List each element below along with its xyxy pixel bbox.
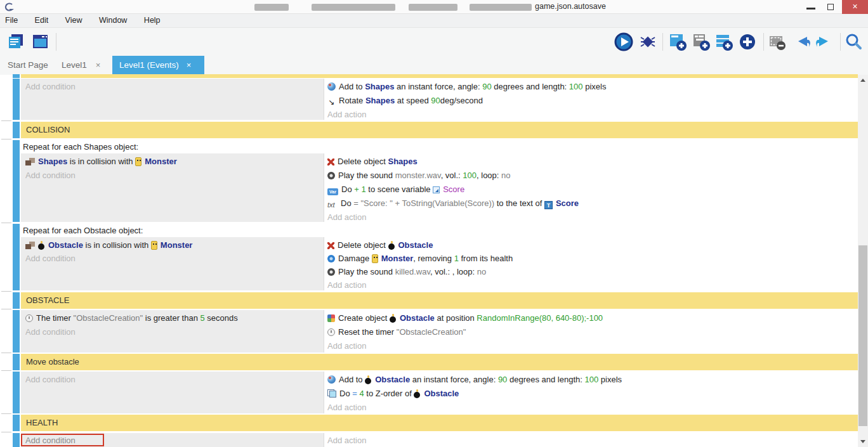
event-handle[interactable]: [13, 140, 20, 222]
event-handle[interactable]: [13, 415, 20, 431]
scene-editor-icon[interactable]: [30, 32, 49, 51]
minimize-button[interactable]: [801, 0, 820, 14]
timer-icon: [25, 314, 33, 322]
action-row[interactable]: txtDo = "Score: " + ToString(Variable(Sc…: [327, 197, 858, 211]
add-condition[interactable]: Add condition: [25, 252, 324, 265]
action-row[interactable]: Do = 4 to Z-order of Obstacle: [327, 387, 858, 401]
event-block: Add condition Add to Obstacle an instant…: [21, 372, 858, 413]
sound-icon: [327, 268, 335, 276]
actions-column: Delete object Obstacle Damage Monster, r…: [324, 237, 858, 290]
gutter-tick: [1, 353, 11, 353]
add-condition[interactable]: Add condition: [25, 169, 324, 183]
action-row[interactable]: Delete object Obstacle: [327, 238, 858, 252]
comment-bar[interactable]: OBSTACLE: [21, 292, 858, 309]
add-action[interactable]: Add action: [327, 434, 858, 447]
title-redacted: [254, 4, 289, 11]
scroll-up-arrow[interactable]: [858, 75, 868, 85]
bomb-icon: [414, 389, 421, 398]
event-handle[interactable]: [13, 79, 20, 120]
undo-icon[interactable]: [792, 32, 811, 51]
action-row[interactable]: Add to Obstacle an instant force, angle:…: [327, 373, 858, 387]
remove-event-icon[interactable]: [768, 32, 787, 51]
action-row[interactable]: ↘Rotate Shapes at speed 90deg/second: [327, 94, 858, 108]
actions-column: Create object Obstacle at position Rando…: [324, 310, 858, 353]
comment-bar-partial[interactable]: [21, 74, 858, 78]
tab-close-icon[interactable]: ×: [96, 56, 101, 75]
add-event-icon[interactable]: [668, 32, 687, 51]
add-action[interactable]: Add action: [327, 108, 858, 120]
comment-bar[interactable]: Move obstacle: [21, 354, 858, 370]
debug-icon[interactable]: [638, 32, 657, 51]
add-condition[interactable]: Add condition: [25, 325, 324, 339]
menu-help[interactable]: Help: [137, 14, 168, 27]
tab-label: Level1: [62, 60, 87, 70]
add-subevent-icon[interactable]: [692, 32, 711, 51]
action-row[interactable]: Reset the timer "ObstacleCreation": [327, 325, 858, 339]
scrollbar-thumb[interactable]: [858, 245, 867, 426]
action-row[interactable]: VarDo + 1 to scene variable Score: [327, 183, 858, 197]
action-row[interactable]: Play the sound killed.wav, vol.: , loop:…: [327, 265, 858, 278]
condition-row[interactable]: Shapes is in collision with Monster: [25, 155, 324, 169]
event-handle[interactable]: [13, 433, 20, 447]
add-condition[interactable]: Add condition: [25, 373, 324, 387]
event-block: Repeat for each Shapes object: Shapes is…: [21, 140, 858, 222]
tab-level1[interactable]: Level1×: [62, 56, 100, 75]
event-handle[interactable]: [13, 292, 20, 309]
bomb-icon: [390, 314, 397, 323]
rotate-icon: ↘: [327, 98, 336, 107]
search-icon[interactable]: [844, 32, 863, 51]
toolbar-separator: [56, 33, 56, 51]
menu-file[interactable]: File: [0, 14, 25, 27]
gutter-tick: [1, 309, 11, 309]
play-icon[interactable]: [614, 32, 633, 51]
menu-window[interactable]: Window: [92, 14, 134, 27]
event-block: Repeat for each Obstacle object: Obstacl…: [21, 224, 858, 290]
window-title: game.json.autosave: [535, 2, 606, 11]
event-block: Add condition Add to Shapes an instant f…: [21, 79, 858, 120]
event-handle[interactable]: [13, 74, 20, 78]
add-action[interactable]: Add action: [327, 401, 858, 413]
menu-edit[interactable]: Edit: [28, 14, 56, 27]
action-row[interactable]: Add to Shapes an instant force, angle: 9…: [327, 80, 858, 94]
add-condition[interactable]: Add condition: [25, 80, 324, 94]
conditions-column: The timer "ObstacleCreation" is greater …: [21, 310, 324, 353]
event-handle[interactable]: [13, 122, 20, 138]
tab-close-icon[interactable]: ×: [187, 56, 192, 75]
comment-bar[interactable]: COLLISION: [21, 122, 858, 138]
menu-view[interactable]: View: [58, 14, 89, 27]
add-action[interactable]: Add action: [327, 211, 858, 222]
close-button[interactable]: ×: [842, 0, 868, 14]
force-icon: [327, 375, 336, 384]
var-badge-icon: Var: [327, 188, 338, 195]
event-handle[interactable]: [13, 310, 20, 353]
project-manager-icon[interactable]: [6, 32, 25, 51]
condition-row[interactable]: The timer "ObstacleCreation" is greater …: [25, 311, 324, 325]
event-block: Add condition Add action: [21, 433, 858, 447]
events-sheet: Add condition Add to Shapes an instant f…: [0, 75, 868, 447]
collision-icon: [25, 242, 35, 249]
repeat-event-header[interactable]: Repeat for each Obstacle object:: [21, 224, 858, 237]
redo-icon[interactable]: [815, 32, 834, 51]
bomb-icon: [388, 241, 395, 250]
scroll-down-arrow[interactable]: [858, 437, 868, 447]
conditions-column: Add condition: [21, 372, 324, 413]
repeat-event-header[interactable]: Repeat for each Shapes object:: [21, 140, 858, 153]
tab-level1-events[interactable]: Level1 (Events)×: [112, 56, 204, 75]
event-handle[interactable]: [13, 354, 20, 370]
action-row[interactable]: Create object Obstacle at position Rando…: [327, 311, 858, 325]
add-action[interactable]: Add action: [327, 339, 858, 353]
add-action[interactable]: Add action: [327, 278, 858, 290]
gutter-tick: [1, 432, 11, 432]
add-circle-icon[interactable]: [738, 32, 757, 51]
add-comment-icon[interactable]: [714, 32, 733, 51]
condition-row[interactable]: Obstacle is in collision with Monster: [25, 238, 324, 252]
action-row[interactable]: Delete object Shapes: [327, 155, 858, 169]
event-handle[interactable]: [13, 372, 20, 413]
restore-button[interactable]: [822, 0, 841, 14]
tab-start-page[interactable]: Start Page: [8, 56, 48, 75]
event-handle[interactable]: [13, 224, 20, 290]
comment-bar[interactable]: HEALTH: [21, 415, 858, 431]
action-row[interactable]: Play the sound monster.wav, vol.: 100, l…: [327, 169, 858, 183]
action-row[interactable]: Damage Monster, removing 1 from its heal…: [327, 252, 858, 265]
tab-bar: Start Page Level1× Level1 (Events)×: [0, 56, 868, 75]
